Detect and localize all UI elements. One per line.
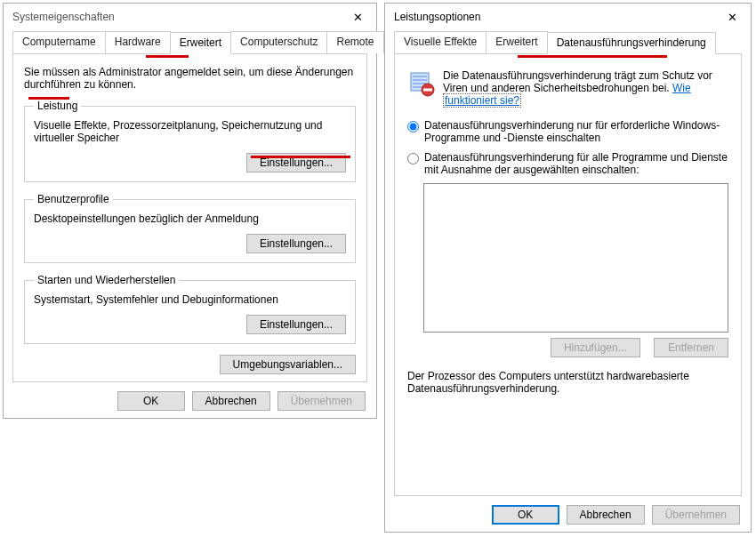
apply-button[interactable]: Übernehmen bbox=[652, 505, 740, 525]
tab-computername[interactable]: Computername bbox=[12, 31, 106, 53]
group-startup-legend: Starten und Wiederherstellen bbox=[34, 274, 179, 286]
group-userprofiles: Benutzerprofile Desktopeinstellungen bez… bbox=[24, 193, 356, 263]
dep-radio-all-row: Datenausführungsverhinderung für alle Pr… bbox=[407, 151, 728, 176]
group-userprofiles-legend: Benutzerprofile bbox=[34, 193, 113, 205]
group-performance: Leistung Visuelle Effekte, Prozessorzeit… bbox=[24, 100, 356, 182]
dep-radio-all-label[interactable]: Datenausführungsverhinderung für alle Pr… bbox=[424, 151, 728, 176]
group-performance-legend: Leistung bbox=[34, 100, 81, 112]
dialog-buttons: OK Abbrechen Übernehmen bbox=[385, 496, 751, 535]
tab-erweitert[interactable]: Erweitert bbox=[170, 32, 231, 54]
close-icon[interactable]: ✕ bbox=[344, 6, 371, 28]
admin-note: Sie müssen als Administrator angemeldet … bbox=[24, 66, 356, 91]
close-icon[interactable]: ✕ bbox=[719, 6, 745, 28]
system-properties-dialog: Systemeigenschaften ✕ Computername Hardw… bbox=[3, 3, 377, 419]
cancel-button[interactable]: Abbrechen bbox=[192, 391, 270, 411]
dep-chip-forbidden-icon bbox=[407, 69, 436, 98]
env-vars-button[interactable]: Umgebungsvariablen... bbox=[220, 355, 356, 374]
window-title: Leistungsoptionen bbox=[394, 11, 719, 23]
ok-button[interactable]: OK bbox=[492, 505, 559, 525]
startup-settings-button[interactable]: Einstellungen... bbox=[246, 315, 346, 334]
tab-hardware[interactable]: Hardware bbox=[105, 31, 171, 53]
tab-panel-dep: Die Datenausführungsverhinderung trägt z… bbox=[394, 53, 742, 496]
titlebar: Leistungsoptionen ✕ bbox=[385, 4, 751, 30]
tab-panel-erweitert: Sie müssen als Administrator angemeldet … bbox=[12, 53, 367, 382]
dialog-buttons: OK Abbrechen Übernehmen bbox=[4, 382, 376, 421]
window-title: Systemeigenschaften bbox=[12, 11, 344, 23]
dep-radio-all[interactable] bbox=[407, 153, 419, 164]
group-performance-desc: Visuelle Effekte, Prozessorzeitplanung, … bbox=[34, 119, 346, 144]
dep-remove-button[interactable]: Entfernen bbox=[654, 338, 728, 357]
svg-rect-6 bbox=[423, 89, 432, 92]
group-userprofiles-desc: Desktopeinstellungen bezüglich der Anmel… bbox=[34, 212, 346, 225]
userprofiles-settings-button[interactable]: Einstellungen... bbox=[246, 234, 346, 253]
tabstrip: Visuelle Effekte Erweitert Datenausführu… bbox=[394, 31, 742, 54]
tab-erweitert[interactable]: Erweitert bbox=[486, 31, 547, 53]
performance-options-dialog: Leistungsoptionen ✕ Visuelle Effekte Erw… bbox=[384, 3, 752, 533]
tab-remote[interactable]: Remote bbox=[326, 31, 383, 53]
dep-add-button[interactable]: Hinzufügen... bbox=[551, 338, 640, 357]
group-startup: Starten und Wiederherstellen Systemstart… bbox=[24, 274, 356, 344]
tab-dep[interactable]: Datenausführungsverhinderung bbox=[547, 32, 716, 54]
dep-support-note: Der Prozessor des Computers unterstützt … bbox=[407, 370, 728, 395]
dep-radio-essential-label[interactable]: Datenausführungsverhinderung nur für erf… bbox=[424, 119, 728, 144]
group-startup-desc: Systemstart, Systemfehler und Debuginfor… bbox=[34, 293, 346, 306]
tab-visual-effects[interactable]: Visuelle Effekte bbox=[394, 31, 487, 53]
performance-settings-button[interactable]: Einstellungen... bbox=[246, 153, 346, 172]
apply-button[interactable]: Übernehmen bbox=[277, 391, 366, 411]
titlebar: Systemeigenschaften ✕ bbox=[4, 4, 376, 30]
tabstrip: Computername Hardware Erweitert Computer… bbox=[12, 31, 367, 54]
dep-description: Die Datenausführungsverhinderung trägt z… bbox=[443, 69, 728, 107]
dep-exclusion-listbox[interactable] bbox=[423, 183, 728, 333]
ok-button[interactable]: OK bbox=[117, 391, 185, 411]
dep-radio-essential-row: Datenausführungsverhinderung nur für erf… bbox=[407, 119, 728, 144]
cancel-button[interactable]: Abbrechen bbox=[567, 505, 645, 525]
tab-computerschutz[interactable]: Computerschutz bbox=[230, 31, 327, 53]
dep-radio-essential[interactable] bbox=[407, 121, 419, 132]
